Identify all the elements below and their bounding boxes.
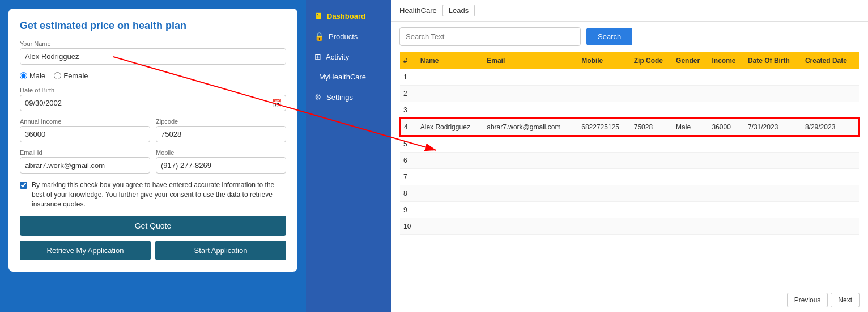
table-cell-8 [802,202,859,218]
dashboard-icon: 🖥 [314,11,322,20]
table-cell-4 [631,218,673,235]
name-group: Your Name [20,40,286,65]
sidebar-item-settings[interactable]: ⚙ Settings [306,87,391,107]
table-cell-8 [802,102,859,119]
get-quote-button[interactable]: Get Quote [20,216,286,236]
table-cell-8 [802,153,859,169]
table-cell-1 [417,202,483,218]
email-label: Email Id [20,149,150,156]
email-mobile-row: Email Id Mobile [20,149,286,180]
table-row: 9 [400,202,859,218]
table-cell-3 [578,185,630,202]
table-cell-4 [631,69,673,86]
table-cell-1 [417,153,483,169]
consent-text: By marking this check box you agree to h… [32,180,286,209]
table-cell-0: 8 [400,185,417,202]
table-cell-4 [631,153,673,169]
table-cell-8 [802,218,859,235]
calendar-icon: 📅 [272,99,282,108]
start-application-button[interactable]: Start Application [155,241,286,260]
action-buttons-row: Retrieve My Application Start Applicatio… [20,241,286,260]
table-cell-1 [417,86,483,102]
table-cell-1 [417,169,483,185]
table-row: 1 [400,69,859,86]
table-cell-5 [673,202,708,218]
table-cell-6 [709,102,744,119]
table-row: 2 [400,86,859,102]
table-cell-2: abrar7.work@gmail.com [483,119,578,136]
table-cell-0: 3 [400,102,417,119]
table-cell-6 [709,202,744,218]
sidebar-item-activity-label: Activity [326,53,349,61]
table-cell-0: 2 [400,86,417,102]
retrieve-application-button[interactable]: Retrieve My Application [20,241,151,260]
female-radio[interactable] [54,72,61,79]
table-cell-2 [483,153,578,169]
sidebar-item-activity[interactable]: ⊞ Activity [306,47,391,67]
col-name: Name [417,52,483,69]
income-input[interactable] [20,126,150,142]
table-cell-2 [483,86,578,102]
income-group: Annual Income [20,118,150,142]
table-container: # Name Email Mobile Zip Code Gender Inco… [391,52,868,288]
dob-wrapper: 📅 [20,95,286,111]
previous-button[interactable]: Previous [787,293,828,307]
breadcrumb-active[interactable]: Leads [442,5,475,16]
table-cell-3 [578,153,630,169]
search-input[interactable] [399,27,581,46]
left-panel: Get estimated price on health plan Your … [0,0,306,312]
table-cell-4 [631,86,673,102]
table-cell-5 [673,136,708,153]
sidebar-item-dashboard[interactable]: 🖥 Dashboard [306,6,391,26]
male-radio-label[interactable]: Male [20,71,45,80]
col-email: Email [483,52,578,69]
female-radio-label[interactable]: Female [54,71,88,80]
sidebar-item-dashboard-label: Dashboard [327,12,365,20]
sidebar: 🖥 Dashboard 🔒 Products ⊞ Activity MyHeal… [306,0,391,312]
table-cell-7 [744,202,802,218]
leads-table: # Name Email Mobile Zip Code Gender Inco… [399,52,860,235]
email-input[interactable] [20,157,150,174]
table-cell-4 [631,169,673,185]
zip-input[interactable] [156,126,286,142]
table-cell-3 [578,169,630,185]
table-cell-2 [483,169,578,185]
table-row[interactable]: 4Alex Rodrigguezabrar7.work@gmail.com682… [400,119,859,136]
table-cell-0: 7 [400,169,417,185]
table-cell-2 [483,69,578,86]
table-cell-6: 36000 [709,119,744,136]
table-cell-7 [744,69,802,86]
mobile-input[interactable] [156,157,286,174]
dob-group: Date of Birth 📅 [20,87,286,111]
consent-checkbox[interactable] [20,182,27,189]
dob-input[interactable] [20,95,286,111]
table-cell-0: 6 [400,153,417,169]
sidebar-item-settings-label: Settings [326,93,353,102]
search-button[interactable]: Search [586,28,632,45]
table-cell-1: Alex Rodrigguez [417,119,483,136]
table-cell-6 [709,153,744,169]
table-cell-5 [673,69,708,86]
sidebar-item-products[interactable]: 🔒 Products [306,26,391,47]
table-cell-5 [673,86,708,102]
search-bar: Search [391,22,868,52]
table-cell-2 [483,136,578,153]
table-cell-5 [673,218,708,235]
gender-group: Male Female [20,71,286,80]
table-cell-7 [744,153,802,169]
table-cell-5 [673,169,708,185]
col-dob: Date Of Birth [744,52,802,69]
table-cell-0: 10 [400,218,417,235]
table-cell-8 [802,136,859,153]
table-row: 7 [400,169,859,185]
table-cell-3 [578,102,630,119]
table-cell-7: 7/31/2023 [744,119,802,136]
table-cell-5 [673,102,708,119]
table-cell-2 [483,202,578,218]
name-input[interactable] [20,48,286,65]
male-radio[interactable] [20,72,27,79]
table-cell-3 [578,69,630,86]
next-button[interactable]: Next [831,293,860,307]
sidebar-item-myhealthcare[interactable]: MyHealthCare [306,67,391,87]
table-row: 6 [400,153,859,169]
